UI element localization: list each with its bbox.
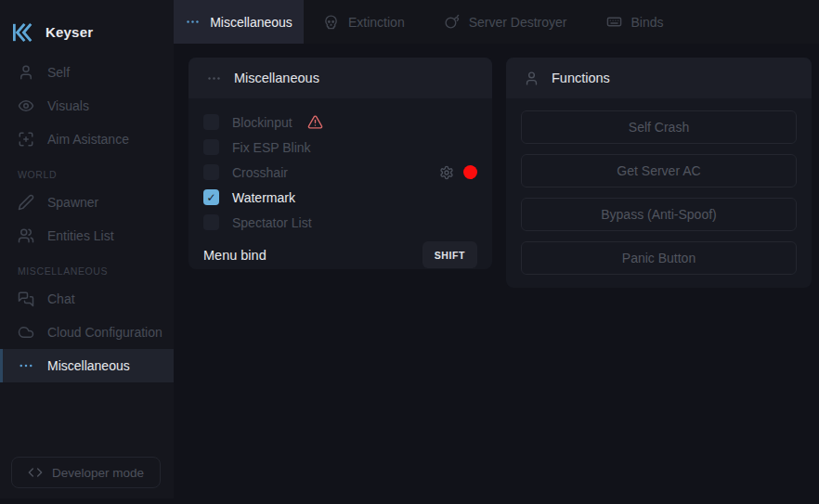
chat-icon [18, 291, 34, 307]
sidebar-item-label: Chat [47, 291, 75, 306]
sidebar-nav: Self Visuals Aim Asistance WORLD Spawner… [0, 56, 174, 382]
functions-panel-body: Self Crash Get Server AC Bypass (Anti-Sp… [506, 98, 812, 275]
developer-mode-label: Developer mode [52, 466, 144, 480]
ellipsis-icon [185, 14, 201, 30]
user-icon [524, 71, 540, 86]
crosshair-color-swatch[interactable] [463, 165, 477, 179]
checkbox-row-crosshair: ✓ Crosshair [203, 160, 477, 185]
sidebar-item-spawner[interactable]: Spawner [0, 186, 174, 219]
app-title: Keyser [46, 24, 93, 40]
eye-icon [18, 97, 34, 114]
checkbox-label: Crosshair [232, 165, 288, 180]
menu-bind-label: Menu bind [203, 248, 266, 263]
panel-title: Miscellaneous [234, 71, 319, 85]
watermark-checkbox[interactable]: ✓ [203, 189, 219, 205]
warning-icon [307, 114, 323, 130]
sidebar-item-visuals[interactable]: Visuals [0, 89, 174, 123]
ellipsis-icon [206, 71, 222, 86]
sidebar-item-label: Visuals [47, 98, 89, 113]
skull-icon [323, 14, 339, 30]
pencil-icon [18, 194, 34, 211]
keyser-logo-icon [12, 22, 34, 43]
spectator-list-checkbox[interactable]: ✓ [203, 214, 219, 230]
sidebar: Keyser Self Visuals Aim Asistance WORLD … [0, 0, 174, 498]
tab-server-destroyer[interactable]: Server Destroyer [424, 0, 587, 44]
sidebar-section-miscellaneous: MISCELLANEOUS [0, 252, 174, 282]
bomb-icon [444, 14, 460, 30]
sidebar-item-self[interactable]: Self [0, 56, 174, 89]
miscellaneous-panel-header: Miscellaneous [188, 58, 492, 98]
sidebar-item-chat[interactable]: Chat [0, 282, 174, 316]
users-icon [18, 227, 34, 244]
panic-button[interactable]: Panic Button [521, 241, 797, 275]
blockinput-checkbox[interactable]: ✓ [203, 114, 219, 130]
checkbox-label: Blockinput [232, 115, 292, 130]
crosshair-checkbox[interactable]: ✓ [203, 164, 219, 180]
tab-bar: Miscellaneous Extinction Server Destroye… [174, 0, 819, 44]
cloud-icon [18, 324, 34, 341]
sidebar-item-cloud-configuration[interactable]: Cloud Configuration [0, 316, 174, 349]
tab-label: Server Destroyer [469, 15, 567, 30]
menu-bind-key-button[interactable]: SHIFT [422, 241, 477, 268]
sidebar-item-aim-asistance[interactable]: Aim Asistance [0, 123, 174, 156]
code-icon [28, 465, 43, 480]
functions-panel: Functions Self Crash Get Server AC Bypas… [506, 58, 812, 288]
checkbox-label: Spectator List [232, 215, 312, 230]
gear-icon[interactable] [439, 165, 454, 180]
checkbox-row-watermark: ✓ Watermark [203, 185, 477, 210]
bypass-anti-spoof-button[interactable]: Bypass (Anti-Spoof) [521, 198, 797, 231]
sidebar-item-label: Entities List [47, 228, 114, 243]
sidebar-item-entities-list[interactable]: Entities List [0, 219, 174, 252]
checkbox-row-fix-esp-blink: ✓ Fix ESP Blink [203, 135, 477, 160]
tab-label: Extinction [348, 15, 405, 30]
checkbox-label: Fix ESP Blink [232, 140, 311, 155]
sidebar-item-miscellaneous[interactable]: Miscellaneous [0, 349, 174, 382]
checkbox-row-blockinput: ✓ Blockinput [203, 110, 477, 135]
panel-title: Functions [552, 71, 610, 85]
self-crash-button[interactable]: Self Crash [521, 110, 797, 144]
sidebar-item-label: Miscellaneous [47, 358, 130, 373]
sidebar-section-world: WORLD [0, 156, 174, 186]
focus-icon [18, 131, 34, 148]
tab-label: Miscellaneous [210, 15, 292, 30]
sidebar-item-label: Self [47, 65, 70, 80]
tab-binds[interactable]: Binds [587, 0, 683, 44]
tab-miscellaneous[interactable]: Miscellaneous [174, 0, 304, 44]
keyser-window: Keyser Self Visuals Aim Asistance WORLD … [0, 0, 819, 504]
miscellaneous-panel: Miscellaneous ✓ Blockinput ✓ Fix ESP Bli… [188, 58, 492, 269]
tab-label: Binds [631, 15, 664, 30]
menu-bind-row: Menu bind SHIFT [203, 241, 477, 268]
developer-mode-button[interactable]: Developer mode [11, 457, 161, 488]
checkbox-row-spectator-list: ✓ Spectator List [203, 210, 477, 235]
content-area: Miscellaneous ✓ Blockinput ✓ Fix ESP Bli… [174, 44, 819, 504]
fix-esp-blink-checkbox[interactable]: ✓ [203, 139, 219, 155]
get-server-ac-button[interactable]: Get Server AC [521, 154, 797, 187]
functions-panel-header: Functions [506, 58, 812, 98]
user-icon [18, 64, 34, 81]
miscellaneous-panel-body: ✓ Blockinput ✓ Fix ESP Blink ✓ Crosshair [188, 98, 492, 268]
sidebar-item-label: Spawner [47, 195, 98, 210]
app-logo: Keyser [0, 0, 174, 48]
sidebar-item-label: Aim Asistance [47, 132, 129, 147]
ellipsis-icon [18, 357, 34, 374]
sidebar-item-label: Cloud Configuration [47, 325, 162, 340]
tab-extinction[interactable]: Extinction [304, 0, 424, 44]
checkbox-label: Watermark [232, 190, 295, 205]
keyboard-icon [606, 14, 622, 30]
